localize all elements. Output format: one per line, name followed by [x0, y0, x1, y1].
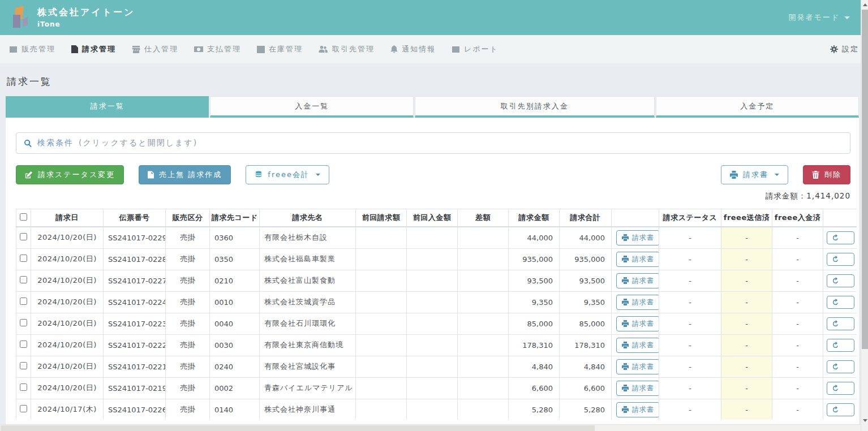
- freee-accounting-dropdown[interactable]: freee会計: [246, 165, 329, 184]
- cell-freee-sent: -: [721, 377, 772, 399]
- row-checkbox-cell: [16, 334, 31, 356]
- cell-invoice-date: 2024/10/17(木): [31, 399, 104, 420]
- table-row: 2024/10/20(日) SS241017-0228 売掛 0350 株式会社…: [16, 248, 857, 270]
- horizontal-scrollbar-thumb[interactable]: [1, 425, 595, 431]
- row-invoice-print-button[interactable]: 請求書: [616, 273, 659, 288]
- cell-invoice-status: -: [659, 291, 721, 313]
- cell-invoice-status: -: [659, 334, 721, 356]
- cell-invoice-date: 2024/10/20(日): [31, 313, 104, 334]
- cell-client-code: 0030: [210, 334, 260, 356]
- vertical-scrollbar[interactable]: [861, 0, 868, 431]
- row-refresh-button[interactable]: [827, 360, 854, 373]
- row-refresh-button[interactable]: [827, 403, 854, 416]
- printer-icon: [622, 234, 629, 241]
- vertical-scrollbar-thumb[interactable]: [862, 10, 868, 349]
- cell-refresh-button: [823, 291, 857, 313]
- row-refresh-button[interactable]: [827, 317, 854, 330]
- developer-mode-dropdown[interactable]: 開発者モード: [788, 12, 858, 23]
- row-refresh-button[interactable]: [827, 339, 854, 352]
- select-all-checkbox[interactable]: [20, 213, 27, 221]
- scroll-up-icon[interactable]: [863, 3, 867, 6]
- row-checkbox[interactable]: [20, 255, 27, 262]
- row-refresh-button[interactable]: [827, 253, 854, 266]
- tab-deposit-schedule[interactable]: 入金予定: [656, 96, 859, 118]
- row-invoice-print-button[interactable]: 請求書: [616, 381, 659, 396]
- row-refresh-button[interactable]: [827, 274, 854, 287]
- row-invoice-print-button[interactable]: 請求書: [616, 230, 659, 245]
- scroll-down-icon[interactable]: [863, 419, 867, 422]
- nav-item-payments[interactable]: 支払管理: [194, 44, 241, 54]
- row-invoice-print-button[interactable]: 請求書: [616, 338, 659, 353]
- row-checkbox[interactable]: [20, 341, 27, 348]
- printer-icon: [622, 320, 629, 327]
- cell-freee-paid: -: [772, 227, 823, 248]
- row-refresh-button[interactable]: [827, 296, 854, 309]
- row-checkbox[interactable]: [20, 362, 27, 369]
- main-nav: 販売管理 請求管理 仕入管理 支払管理 在庫管理 取引先管理 通知情報 レポート…: [0, 35, 868, 64]
- row-refresh-button[interactable]: [827, 231, 854, 244]
- row-invoice-print-button[interactable]: 請求書: [616, 295, 659, 310]
- row-invoice-print-button[interactable]: 請求書: [616, 359, 659, 374]
- header-prev-invoice: 前回請求額: [356, 209, 407, 227]
- nav-item-inventory[interactable]: 在庫管理: [257, 44, 303, 54]
- nav-item-sales[interactable]: 販売管理: [9, 44, 55, 54]
- cell-invoice-status: -: [659, 227, 721, 248]
- nav-item-reports[interactable]: レポート: [452, 44, 499, 54]
- row-invoice-print-button[interactable]: 請求書: [616, 402, 659, 417]
- cell-freee-paid: -: [772, 291, 823, 313]
- row-invoice-print-button[interactable]: 請求書: [616, 316, 659, 331]
- tab-label: 取引先別請求入金: [501, 101, 569, 111]
- cell-refresh-button: [823, 313, 857, 334]
- delete-button[interactable]: 削除: [803, 165, 850, 184]
- button-label: 請求書: [632, 405, 654, 415]
- cell-prev-deposit: [407, 248, 458, 270]
- row-checkbox[interactable]: [20, 298, 27, 305]
- create-invoice-no-sales-button[interactable]: 売上無 請求作成: [139, 165, 231, 184]
- invoice-print-dropdown[interactable]: 請求書: [721, 165, 788, 184]
- cell-freee-sent: -: [721, 248, 772, 270]
- cell-difference: [458, 227, 509, 248]
- nav-item-billing[interactable]: 請求管理: [71, 44, 116, 54]
- chevron-down-icon: [775, 174, 779, 176]
- printer-icon: [622, 256, 629, 262]
- cell-invoice-date: 2024/10/20(日): [31, 248, 104, 270]
- tab-invoice-list[interactable]: 請求一覧: [6, 96, 209, 118]
- nav-item-settings[interactable]: 設定: [830, 44, 859, 54]
- invoice-status-change-button[interactable]: 請求ステータス変更: [16, 165, 124, 184]
- tab-partner-invoice-deposit[interactable]: 取引先別請求入金: [415, 96, 655, 118]
- cell-invoice-button: 請求書: [612, 248, 659, 270]
- cell-invoice-status: -: [659, 377, 721, 399]
- row-checkbox-cell: [16, 399, 31, 420]
- row-invoice-print-button[interactable]: 請求書: [616, 252, 659, 267]
- row-checkbox[interactable]: [20, 233, 27, 240]
- row-refresh-button[interactable]: [827, 382, 854, 395]
- row-checkbox[interactable]: [20, 276, 27, 283]
- tab-deposit-list[interactable]: 入金一覧: [210, 96, 413, 118]
- company-name: 株式会社アイトーン: [37, 7, 135, 19]
- row-checkbox[interactable]: [20, 405, 27, 412]
- cell-sales-type: 売掛: [166, 291, 210, 313]
- summary-label: 請求金額：: [766, 191, 807, 200]
- cell-refresh-button: [823, 356, 857, 377]
- row-checkbox[interactable]: [20, 319, 27, 326]
- cell-slip-number: SS241017-0226: [104, 399, 166, 420]
- button-label: 請求書: [632, 341, 654, 350]
- cell-client-code: 0210: [210, 270, 260, 291]
- header-invoice-button-col: [612, 209, 659, 227]
- nav-item-notifications[interactable]: 通知情報: [390, 44, 436, 54]
- cell-refresh-button: [823, 248, 857, 270]
- search-conditions-toggle[interactable]: 検索条件 (クリックすると開閉します): [16, 132, 850, 154]
- cell-invoice-button: 請求書: [612, 291, 659, 313]
- nav-item-partners[interactable]: 取引先管理: [319, 44, 375, 54]
- button-label: freee会計: [268, 170, 310, 180]
- table-row: 2024/10/20(日) SS241017-0229 売掛 0360 有限会社…: [16, 227, 857, 248]
- cell-sales-type: 売掛: [166, 334, 210, 356]
- refresh-icon: [832, 342, 839, 349]
- row-checkbox-cell: [16, 227, 31, 248]
- nav-item-purchasing[interactable]: 仕入管理: [132, 44, 178, 54]
- cell-invoice-total: 6,600: [560, 377, 612, 399]
- horizontal-scrollbar[interactable]: [0, 424, 861, 431]
- row-checkbox[interactable]: [20, 383, 27, 391]
- cell-sales-type: 売掛: [166, 399, 210, 420]
- brand-block: 株式会社アイトーン iTone: [37, 7, 135, 28]
